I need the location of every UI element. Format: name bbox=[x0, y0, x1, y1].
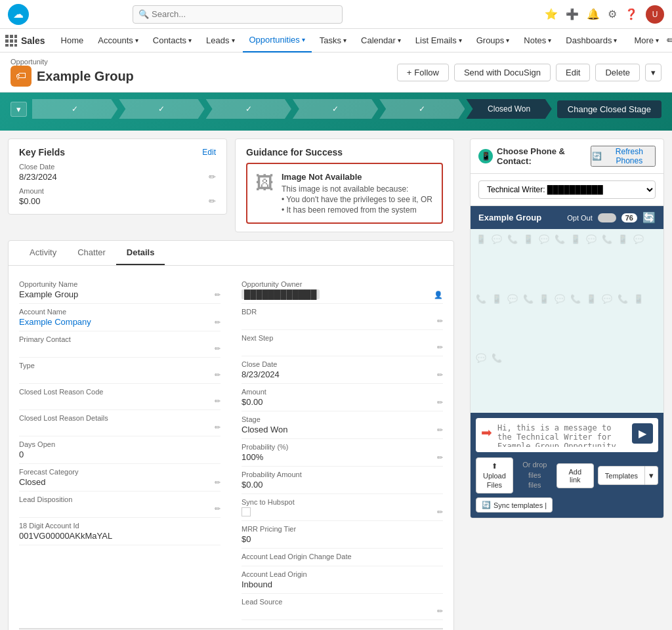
lead-source-edit[interactable]: ✏ bbox=[437, 607, 443, 616]
close-date-edit-icon[interactable]: ✏ bbox=[209, 172, 216, 182]
search-input[interactable] bbox=[152, 9, 337, 19]
phone-widget: 📱 Choose Phone & Contact: 🔄 Refresh Phon… bbox=[470, 138, 664, 518]
templates-dropdown: Templates ▾ bbox=[598, 466, 658, 485]
stage-current[interactable]: Closed Won bbox=[466, 99, 551, 119]
amount-right-edit[interactable]: ✏ bbox=[437, 398, 443, 407]
closed-lost-details-label: Closed Lost Reason Details bbox=[19, 414, 220, 422]
upload-files-button[interactable]: ⬆ Upload Files bbox=[476, 457, 513, 494]
app-launcher-icon[interactable] bbox=[5, 33, 17, 49]
opt-out-toggle[interactable] bbox=[598, 213, 616, 222]
svg-text:☁: ☁ bbox=[13, 9, 24, 20]
account-name-value[interactable]: Example Company bbox=[19, 317, 91, 327]
sync-hubspot-edit[interactable]: ✏ bbox=[437, 508, 443, 516]
opp-owner-edit[interactable]: 👤 bbox=[434, 291, 443, 299]
follow-icon: + bbox=[407, 68, 412, 77]
sync-hubspot-checkbox[interactable] bbox=[242, 507, 251, 516]
bdr-edit[interactable]: ✏ bbox=[437, 317, 443, 326]
message-input-box: ➡ ▶ bbox=[476, 418, 658, 452]
tab-details[interactable]: Details bbox=[116, 241, 165, 265]
opp-name-edit[interactable]: ✏ bbox=[215, 291, 220, 299]
lead-disp-label: Lead Disposition bbox=[19, 495, 220, 503]
phone-widget-header: 📱 Choose Phone & Contact: 🔄 Refresh Phon… bbox=[471, 139, 663, 174]
mrr-pricing-value: $0 bbox=[242, 534, 251, 544]
user-avatar[interactable]: U bbox=[646, 5, 664, 24]
refresh-phones-button[interactable]: 🔄 Refresh Phones bbox=[591, 146, 656, 167]
nav-dashboards[interactable]: Dashboards▾ bbox=[559, 29, 623, 52]
conversation-bg-pattern: 📱💬📞📱💬📞 📱💬📞📱💬📞 📱💬📞📱💬📞 📱💬📞📱💬📞 bbox=[471, 229, 663, 413]
record-type-label: Opportunity bbox=[10, 58, 134, 66]
sync-templates-button[interactable]: 🔄 Sync templates | bbox=[476, 497, 553, 513]
templates-chevron-button[interactable]: ▾ bbox=[645, 466, 658, 485]
message-textarea[interactable] bbox=[497, 423, 627, 447]
stage-step-5[interactable]: ✓ bbox=[379, 99, 465, 119]
acct-lead-origin-label: Account Lead Origin bbox=[242, 570, 443, 578]
acct-lead-change-label: Account Lead Origin Change Date bbox=[242, 553, 443, 560]
amount-edit-icon[interactable]: ✏ bbox=[209, 196, 216, 206]
key-fields-section: Key Fields Edit Close Date 8/23/2024 ✏ A… bbox=[8, 138, 454, 232]
close-date-label: Close Date bbox=[19, 163, 216, 171]
key-fields-edit[interactable]: Edit bbox=[202, 148, 216, 157]
phone-contact-select[interactable]: Technical Writer: ██████████ bbox=[478, 180, 656, 199]
right-panel: 📱 Choose Phone & Contact: 🔄 Refresh Phon… bbox=[462, 131, 672, 630]
next-step-edit[interactable]: ✏ bbox=[437, 343, 443, 352]
close-date-right-edit[interactable]: ✏ bbox=[437, 371, 443, 379]
stage-step-4[interactable]: ✓ bbox=[293, 99, 378, 119]
amount-label: Amount bbox=[19, 187, 216, 195]
nav-accounts[interactable]: Accounts▾ bbox=[91, 29, 144, 52]
account-name-edit[interactable]: ✏ bbox=[215, 318, 220, 327]
field-primary-contact: Primary Contact ✏ bbox=[19, 331, 220, 358]
phone-widget-title-group: 📱 Choose Phone & Contact: bbox=[478, 146, 591, 166]
delete-button[interactable]: Delete bbox=[595, 64, 640, 81]
probability-edit[interactable]: ✏ bbox=[437, 453, 443, 462]
add-link-button[interactable]: Add link bbox=[556, 463, 594, 488]
tab-activity[interactable]: Activity bbox=[19, 241, 67, 265]
lead-disp-edit[interactable]: ✏ bbox=[215, 505, 220, 513]
nav-opportunities[interactable]: Opportunities▾ bbox=[243, 29, 312, 52]
stage-step-3[interactable]: ✓ bbox=[206, 99, 291, 119]
svg-rect-9 bbox=[10, 44, 13, 47]
follow-button[interactable]: + Follow bbox=[397, 64, 449, 81]
app-name[interactable]: Sales bbox=[21, 35, 45, 46]
nav-contacts[interactable]: Contacts▾ bbox=[146, 29, 198, 52]
nav-leads[interactable]: Leads▾ bbox=[200, 29, 241, 52]
star-icon[interactable]: ⭐ bbox=[545, 8, 558, 20]
templates-button[interactable]: Templates bbox=[598, 466, 645, 485]
field-bdr: BDR ✏ bbox=[242, 304, 443, 330]
change-stage-button[interactable]: Change Closed Stage bbox=[557, 100, 662, 118]
nav-tasks[interactable]: Tasks▾ bbox=[313, 29, 353, 52]
closed-lost-details-edit[interactable]: ✏ bbox=[215, 423, 220, 432]
nav-edit-icon[interactable]: ✏ bbox=[667, 34, 672, 47]
send-message-button[interactable]: ▶ bbox=[632, 423, 653, 444]
conversation-refresh-icon[interactable]: 🔄 bbox=[642, 211, 656, 224]
stage-step-1[interactable]: ✓ bbox=[32, 99, 117, 119]
forecast-cat-edit[interactable]: ✏ bbox=[215, 478, 220, 487]
stage-step-2[interactable]: ✓ bbox=[119, 99, 204, 119]
nav-list-emails[interactable]: List Emails▾ bbox=[409, 29, 469, 52]
nav-notes[interactable]: Notes▾ bbox=[517, 29, 558, 52]
conversation-header-actions: Opt Out 76 🔄 bbox=[567, 211, 656, 224]
primary-contact-edit[interactable]: ✏ bbox=[215, 345, 220, 353]
stage-collapse-button[interactable]: ▾ bbox=[10, 102, 27, 117]
tab-chatter[interactable]: Chatter bbox=[67, 241, 116, 265]
or-drop-text: Or drop files files bbox=[517, 460, 553, 490]
gear-icon[interactable]: ⚙ bbox=[608, 8, 617, 20]
bell-icon[interactable]: 🔔 bbox=[587, 8, 600, 20]
nav-home[interactable]: Home bbox=[54, 29, 91, 52]
send-docusign-button[interactable]: Send with DocuSign bbox=[454, 64, 551, 81]
account-name-label: Account Name bbox=[19, 308, 220, 316]
stage-edit[interactable]: ✏ bbox=[437, 426, 443, 434]
nav-calendar[interactable]: Calendar▾ bbox=[354, 29, 408, 52]
nav-more[interactable]: More▾ bbox=[627, 29, 665, 52]
salesforce-logo[interactable]: ☁ bbox=[8, 4, 29, 25]
conversation-body: 📱💬📞📱💬📞 📱💬📞📱💬📞 📱💬📞📱💬📞 📱💬📞📱💬📞 bbox=[471, 229, 663, 413]
key-fields-panel: Key Fields Edit Close Date 8/23/2024 ✏ A… bbox=[8, 138, 227, 232]
closed-lost-edit[interactable]: ✏ bbox=[215, 397, 220, 406]
plus-icon[interactable]: ➕ bbox=[566, 8, 579, 20]
nav-groups[interactable]: Groups▾ bbox=[470, 29, 516, 52]
phone-select-row: Technical Writer: ██████████ bbox=[471, 174, 663, 206]
more-actions-button[interactable]: ▾ bbox=[645, 64, 662, 81]
help-icon[interactable]: ❓ bbox=[625, 8, 638, 20]
edit-button[interactable]: Edit bbox=[556, 64, 590, 81]
type-edit[interactable]: ✏ bbox=[215, 371, 220, 379]
search-bar[interactable]: 🔍 bbox=[133, 5, 343, 24]
